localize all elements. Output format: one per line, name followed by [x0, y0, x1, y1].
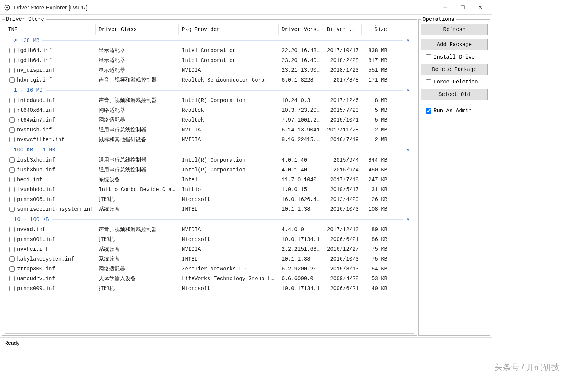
table-row[interactable]: nvstusb.inf通用串行总线控制器NVIDIA6.14.13.904120…	[5, 125, 414, 135]
window-title: Driver Store Explorer [RAPR]	[14, 4, 437, 11]
row-checkbox[interactable]	[9, 77, 15, 83]
table-row[interactable]: nvswcfilter.inf鼠标和其他指针设备NVIDIA8.16.22415…	[5, 135, 414, 145]
row-checkbox[interactable]	[9, 286, 15, 291]
maximize-button[interactable]: ☐	[454, 2, 471, 13]
cell-pkg-provider: NVIDIA	[179, 126, 279, 134]
row-checkbox[interactable]	[9, 127, 15, 133]
row-checkbox[interactable]	[9, 227, 15, 232]
cell-inf: rt64win7.inf	[17, 117, 55, 123]
cell-driver-class: 系统设备	[96, 255, 179, 263]
row-checkbox[interactable]	[9, 108, 15, 113]
table-row[interactable]: igdlh64.inf显示适配器Intel Corporation22.20.1…	[5, 46, 414, 56]
cell-size: 40 KB	[362, 285, 390, 292]
table-row[interactable]: prnms006.inf打印机Microsoft16.0.1626.400020…	[5, 194, 414, 204]
group-header[interactable]: 100 KB - 1 MBʌ	[5, 145, 414, 155]
table-row[interactable]: kabylakesystem.inf系统设备INTEL10.1.1.382016…	[5, 254, 414, 264]
row-checkbox[interactable]	[9, 177, 15, 182]
force-deletion-option[interactable]: Force Deletion	[421, 79, 488, 85]
cell-driver-date: 2015/9/4	[324, 166, 362, 174]
cell-driver-version: 6.0.1.8228	[279, 76, 324, 84]
row-checkbox[interactable]	[9, 247, 15, 252]
select-old-button[interactable]: Select Old	[421, 89, 488, 100]
table-row[interactable]: nv_dispi.inf显示适配器NVIDIA23.21.13.90772018…	[5, 65, 414, 75]
row-checkbox[interactable]	[9, 237, 15, 242]
row-checkbox[interactable]	[9, 157, 15, 163]
row-checkbox[interactable]	[9, 117, 15, 123]
cell-inf: ivusbhdd.inf	[17, 187, 55, 193]
row-checkbox[interactable]	[9, 58, 15, 63]
cell-inf: prnms006.inf	[17, 196, 55, 202]
group-header[interactable]: 1 - 16 MBʌ	[5, 85, 414, 96]
cell-driver-date: 2015/10/1	[324, 116, 362, 124]
cell-driver-version: 10.1.1.38	[279, 205, 324, 213]
table-row[interactable]: heci.inf系统设备Intel11.7.0.10402017/7/18247…	[5, 175, 414, 185]
row-checkbox[interactable]	[9, 48, 15, 53]
cell-inf: intcdaud.inf	[17, 97, 55, 103]
table-row[interactable]: ivusbhdd.infInitio Combo Device ClassIni…	[5, 185, 414, 194]
group-header[interactable]: 10 - 100 KBʌ	[5, 214, 414, 225]
cell-size: 5 MB	[362, 106, 390, 114]
refresh-button[interactable]: Refresh	[421, 24, 488, 35]
cell-inf: iusb3xhc.inf	[17, 157, 55, 163]
cell-size: 171 MB	[362, 76, 390, 84]
force-deletion-checkbox[interactable]	[426, 79, 431, 85]
delete-package-button[interactable]: Delete Package	[421, 64, 488, 75]
row-checkbox[interactable]	[9, 68, 15, 73]
cell-driver-class: 显示适配器	[96, 46, 179, 55]
cell-size: 131 KB	[362, 186, 390, 193]
install-driver-checkbox[interactable]	[426, 54, 431, 60]
cell-size: 75 KB	[362, 245, 390, 253]
table-row[interactable]: intcdaud.inf声音、视频和游戏控制器Intel(R) Corporat…	[5, 96, 414, 105]
table-row[interactable]: iusb3hub.inf通用串行总线控制器Intel(R) Corporatio…	[5, 165, 414, 175]
table-row[interactable]: nvvad.inf声音、视频和游戏控制器NVIDIA4.4.0.02017/12…	[5, 225, 414, 235]
cell-driver-version: 10.3.723.2015	[279, 106, 324, 114]
run-as-admin-checkbox[interactable]	[426, 108, 431, 114]
cell-pkg-provider: NVIDIA	[179, 66, 279, 74]
cell-driver-version: 7.97.1001.2015	[279, 116, 324, 124]
row-checkbox[interactable]	[9, 276, 15, 281]
cell-driver-date: 2017/12/13	[324, 226, 362, 233]
col-driver-class[interactable]: Driver Class	[96, 24, 179, 35]
cell-driver-date: 2006/6/21	[324, 285, 362, 292]
row-checkbox[interactable]	[9, 98, 15, 103]
row-checkbox[interactable]	[9, 207, 15, 212]
table-row[interactable]: rt64win7.inf网络适配器Realtek7.97.1001.201520…	[5, 115, 414, 125]
col-driver-version[interactable]: Driver Version	[279, 24, 324, 35]
run-as-admin-option[interactable]: Run As Admin	[421, 108, 488, 114]
cell-driver-version: 8.16.22415.53	[279, 136, 324, 144]
row-checkbox[interactable]	[9, 197, 15, 202]
col-driver-date[interactable]: Driver ...	[324, 24, 362, 35]
table-row[interactable]: rt640x64.inf网络适配器Realtek10.3.723.2015201…	[5, 105, 414, 115]
cell-size: 551 MB	[362, 66, 390, 74]
col-inf[interactable]: INF	[5, 24, 96, 35]
cell-inf: nvswcfilter.inf	[17, 137, 65, 143]
row-checkbox[interactable]	[9, 137, 15, 142]
col-pkg-provider[interactable]: Pkg Provider	[179, 24, 279, 35]
table-row[interactable]: zttap300.inf网络适配器ZeroTier Networks LLC6.…	[5, 264, 414, 274]
cell-driver-version: 6.2.9200.20557	[279, 265, 324, 273]
table-row[interactable]: prnms009.inf打印机Microsoft10.0.17134.12006…	[5, 284, 414, 293]
row-checkbox[interactable]	[9, 256, 15, 262]
cell-inf: heci.inf	[17, 177, 42, 183]
table-row[interactable]: prnms001.inf打印机Microsoft10.0.17134.12006…	[5, 235, 414, 244]
table-row[interactable]: uamoudrv.inf人体学输入设备LifeWorks Technology …	[5, 274, 414, 284]
row-checkbox[interactable]	[9, 187, 15, 192]
cell-size: 89 KB	[362, 226, 390, 233]
group-header[interactable]: > 128 MBʌ	[5, 35, 414, 46]
close-button[interactable]: ✕	[471, 2, 489, 13]
cell-size: 247 KB	[362, 176, 390, 184]
row-checkbox[interactable]	[9, 167, 15, 173]
table-row[interactable]: nvvhci.inf系统设备NVIDIA2.2.2151.63782016/12…	[5, 244, 414, 254]
install-driver-label: Install Driver	[434, 54, 478, 60]
add-package-button[interactable]: Add Package	[421, 39, 488, 50]
table-row[interactable]: sunrisepoint-hsystem.inf系统设备INTEL10.1.1.…	[5, 204, 414, 214]
driver-list[interactable]: INF Driver Class Pkg Provider Driver Ver…	[5, 24, 414, 334]
row-checkbox[interactable]	[9, 266, 15, 272]
table-row[interactable]: iusb3xhc.inf通用串行总线控制器Intel(R) Corporatio…	[5, 155, 414, 165]
table-row[interactable]: hdxrtgi.inf声音、视频和游戏控制器Realtek Semiconduc…	[5, 75, 414, 85]
cell-inf: uamoudrv.inf	[17, 276, 55, 282]
minimize-button[interactable]: ─	[437, 2, 454, 13]
install-driver-option[interactable]: Install Driver	[421, 54, 488, 60]
table-row[interactable]: igdlh64.inf显示适配器Intel Corporation23.20.1…	[5, 56, 414, 65]
col-size[interactable]: ▾ Size	[362, 24, 390, 35]
